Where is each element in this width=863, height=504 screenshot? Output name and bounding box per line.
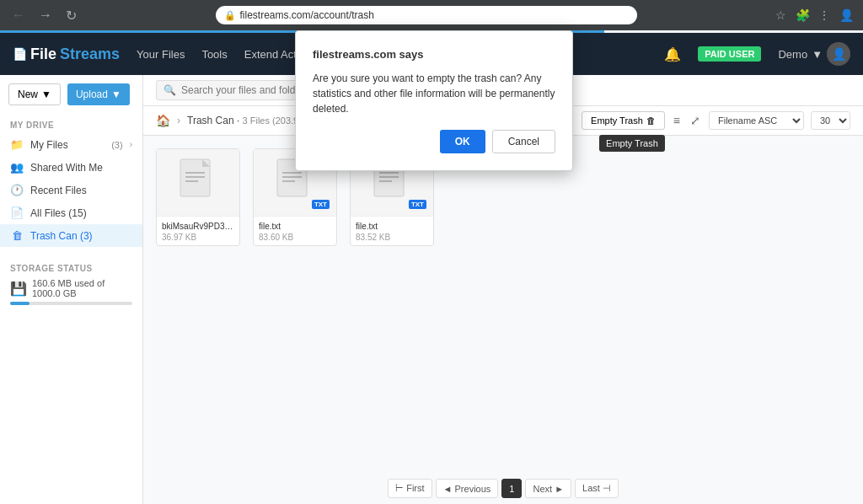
- modal-cancel-button[interactable]: Cancel: [492, 130, 555, 153]
- modal-title: filestreams.com says: [313, 48, 555, 61]
- modal-buttons: OK Cancel: [313, 130, 555, 153]
- modal-ok-button[interactable]: OK: [440, 130, 485, 153]
- modal-message: Are you sure you want to empty the trash…: [313, 71, 555, 116]
- modal-overlay: filestreams.com says Are you sure you wa…: [0, 0, 863, 504]
- modal-dialog: filestreams.com says Are you sure you wa…: [295, 30, 573, 171]
